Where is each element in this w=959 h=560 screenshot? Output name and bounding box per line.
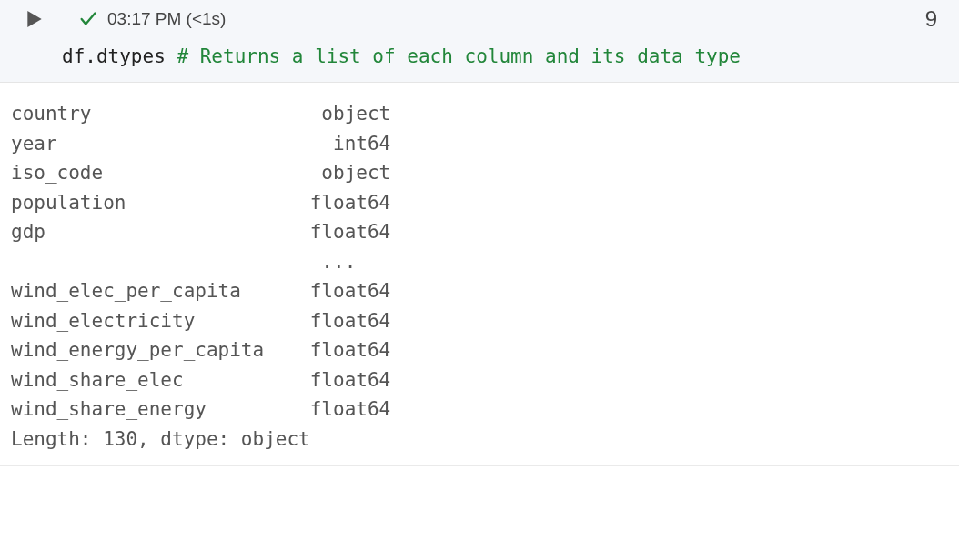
svg-marker-0 [27,11,41,27]
output-text: country object year int64 iso_code objec… [11,99,948,455]
cell-output: country object year int64 iso_code objec… [0,83,959,466]
run-icon[interactable] [27,11,42,27]
success-check-icon [78,9,98,29]
code-input[interactable]: df.dtypes # Returns a list of each colum… [0,38,959,83]
code-comment: # Returns a list of each column and its … [177,45,741,67]
code-expression: df.dtypes [62,45,177,67]
execution-count: 9 [925,6,937,32]
cell-header: 03:17 PM (<1s) 9 [0,0,959,38]
execution-timestamp: 03:17 PM (<1s) [107,9,226,29]
